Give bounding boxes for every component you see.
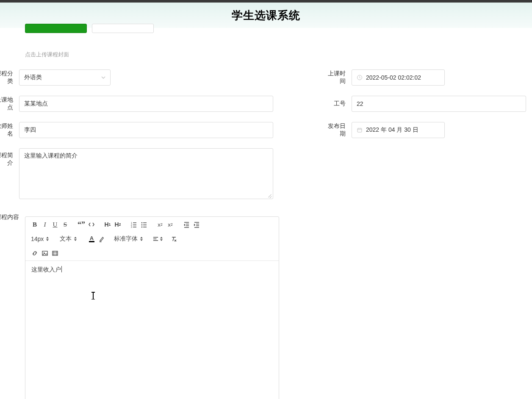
superscript-button[interactable]: x2 [165, 220, 175, 229]
align-select[interactable] [152, 234, 163, 244]
teacher-name-input[interactable]: 李四 [19, 122, 273, 138]
label-content: 课程内容 [0, 213, 19, 221]
class-place-input[interactable]: 某某地点 [19, 96, 273, 112]
font-color-button[interactable]: A [86, 234, 97, 244]
upload-cover-hint[interactable]: 点击上传课程封面 [25, 51, 69, 58]
brief-value: 这里输入课程的简介 [24, 152, 78, 159]
highlight-button[interactable] [97, 234, 107, 244]
strike-button[interactable]: S [60, 220, 70, 229]
ordered-list-button[interactable]: 123 [129, 220, 139, 229]
font-size-select[interactable]: 14px [30, 234, 50, 244]
subscript-button[interactable]: x2 [155, 220, 165, 229]
app-title: 学生选课系统 [232, 8, 300, 23]
category-value: 外语类 [24, 74, 42, 81]
label-teacher-name: 教师姓名 [0, 122, 19, 138]
label-class-time: 上课时间 [323, 70, 352, 85]
class-time-input[interactable]: 2022-05-02 02:02:02 [352, 69, 445, 86]
h1-button[interactable]: H1 [103, 220, 113, 229]
block-format-select[interactable]: 文本 [58, 234, 78, 244]
indent-button[interactable] [191, 220, 202, 229]
label-class-place: 上课地点 [0, 96, 19, 111]
font-family-select[interactable]: 标准字体 [113, 234, 144, 244]
publish-date-input[interactable]: 2022 年 04 月 30 日 [352, 122, 445, 138]
calendar-icon [357, 127, 363, 133]
code-button[interactable] [86, 220, 97, 229]
svg-text:3: 3 [131, 226, 132, 228]
clear-format-button[interactable] [169, 234, 179, 244]
label-brief: 课程简介 [0, 148, 19, 167]
editor-text: 这里收入户 [31, 266, 61, 273]
font-family-value: 标准字体 [114, 235, 138, 243]
updown-caret-icon [74, 237, 77, 241]
updown-caret-icon [46, 237, 49, 241]
resize-handle-icon[interactable] [267, 193, 272, 198]
underline-button[interactable]: U [50, 220, 60, 229]
editor-toolbar: B I U S “” H1 H2 123 [25, 217, 279, 261]
work-no-value: 22 [357, 100, 363, 107]
class-place-value: 某某地点 [24, 100, 48, 108]
category-select[interactable]: 外语类 [19, 69, 111, 86]
svg-rect-10 [53, 251, 58, 255]
label-work-no: 工号 [323, 100, 352, 108]
primary-action-button[interactable] [25, 24, 87, 33]
link-button[interactable] [30, 249, 40, 258]
brief-textarea[interactable]: 这里输入课程的简介 [19, 148, 273, 199]
h2-button[interactable]: H2 [113, 220, 123, 229]
block-format-value: 文本 [60, 235, 72, 243]
image-button[interactable] [40, 249, 50, 258]
teacher-name-value: 李四 [24, 126, 36, 134]
outdent-button[interactable] [181, 220, 191, 229]
unordered-list-button[interactable] [139, 220, 149, 229]
editor-content-area[interactable]: 这里收入户 [25, 261, 279, 399]
text-caret [61, 266, 62, 272]
chevron-down-icon [101, 75, 106, 80]
publish-date-value: 2022 年 04 月 30 日 [366, 126, 418, 134]
font-size-value: 14px [31, 236, 44, 242]
updown-caret-icon [140, 237, 143, 241]
svg-rect-1 [357, 128, 362, 132]
video-button[interactable] [50, 249, 60, 258]
bold-button[interactable]: B [30, 220, 40, 229]
clock-icon [357, 75, 363, 80]
svg-point-6 [141, 224, 143, 226]
label-category: 课程分类 [0, 70, 19, 85]
work-no-input[interactable]: 22 [352, 96, 526, 112]
label-publish-date: 发布日期 [323, 122, 352, 138]
secondary-action-button[interactable] [92, 24, 154, 33]
class-time-value: 2022-05-02 02:02:02 [366, 74, 421, 81]
svg-point-5 [141, 222, 143, 224]
svg-point-7 [141, 227, 143, 228]
rich-text-editor: B I U S “” H1 H2 123 [25, 216, 279, 399]
italic-button[interactable]: I [40, 220, 50, 229]
blockquote-button[interactable]: “” [76, 220, 86, 229]
